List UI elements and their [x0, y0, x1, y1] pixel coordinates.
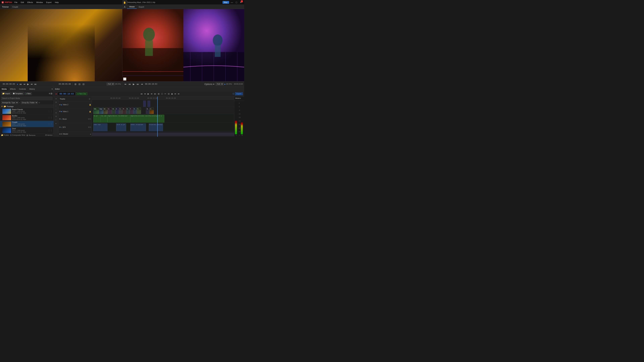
- track-ctrl-2[interactable]: ⬇: [54, 101, 58, 104]
- new-clip-button[interactable]: ● New Clip: [76, 92, 88, 95]
- tl-step-fwd-button[interactable]: ➡: [150, 92, 153, 95]
- track-sfx-eye[interactable]: 👁: [59, 126, 61, 128]
- diver-options-icon[interactable]: ⋮⋮: [48, 129, 52, 132]
- tl-in-button[interactable]: ⬅: [174, 92, 176, 95]
- track-video2-eye[interactable]: 👁: [59, 104, 61, 106]
- clip-v1-wom[interactable]: Wom...ing: [93, 108, 99, 114]
- clip-v1-fl[interactable]: Fl...er: [130, 108, 133, 114]
- clip-v1-r2[interactable]: R...2: [122, 108, 126, 114]
- track-ctrl-1[interactable]: ⬆: [54, 97, 58, 100]
- tl-magnet-button[interactable]: ⊟: [167, 92, 170, 95]
- trimmer-next-button[interactable]: ⏭: [34, 82, 38, 86]
- sfx-clip-3[interactable]: beach-...ist.mp3.ade: [130, 123, 146, 131]
- trimmer-play-button[interactable]: ▶: [26, 82, 30, 86]
- trimmer-quality-select[interactable]: Full: [106, 83, 114, 85]
- tab-controls[interactable]: Controls: [17, 87, 28, 91]
- tool-text[interactable]: A: [123, 5, 126, 9]
- tab-history[interactable]: History: [28, 87, 36, 91]
- maximize-button[interactable]: □: [235, 1, 238, 4]
- tl-razor-button[interactable]: ✂: [164, 92, 167, 95]
- menu-effects[interactable]: Effects: [26, 1, 34, 4]
- clip-v1-me[interactable]: M...e: [146, 108, 150, 114]
- remove-button[interactable]: 🗑 Remove: [26, 134, 36, 136]
- track-music-mute-icon[interactable]: M: [88, 118, 90, 120]
- media-item-couple[interactable]: Couple 1920 × 1080 pixels 00:00:05:00 @ …: [0, 121, 54, 127]
- music-clip-5[interactable]: F...e: [159, 115, 164, 123]
- sfx-clip-2[interactable]: car-dr...st...p3: [116, 123, 126, 131]
- buy-button[interactable]: Buy: [222, 1, 229, 4]
- viewer-quality-select[interactable]: Full: [216, 83, 224, 85]
- track-v2-lock-icon[interactable]: 🔒: [89, 104, 91, 106]
- tl-mark-button[interactable]: ◆: [171, 92, 173, 95]
- menu-export[interactable]: Export: [45, 1, 52, 4]
- clip-v1-w1[interactable]: W...1: [112, 108, 116, 114]
- import-button[interactable]: 📁 Import: [1, 92, 11, 95]
- tl-record-button[interactable]: ●: [55, 92, 57, 95]
- composite-shot-button[interactable]: ⊡ Composite Shot: [10, 134, 25, 136]
- track-ctrl-4[interactable]: ↕: [54, 108, 58, 111]
- trimmer-sync-button[interactable]: ⊟: [78, 82, 81, 86]
- couple-options-icon[interactable]: ⋮⋮: [48, 123, 52, 125]
- minimize-button[interactable]: —: [230, 1, 234, 4]
- clip-v1-sk[interactable]: Skati...: [137, 108, 141, 114]
- trimmer-grid-button[interactable]: ⊞: [74, 82, 77, 86]
- viewer-play[interactable]: ▶: [132, 82, 135, 86]
- track-ctrl-7[interactable]: +: [54, 118, 58, 121]
- media-item-diver[interactable]: Diver 1920 × 1080 pixels 00:00:05:00 @ 2…: [0, 127, 54, 133]
- clip-v1-eye[interactable]: Eye: [99, 108, 103, 114]
- viewer-out-point[interactable]: ➡: [140, 82, 144, 86]
- track-ctrl-6[interactable]: ⬇: [54, 115, 58, 118]
- tracks-options-icon[interactable]: ☰: [89, 98, 90, 100]
- viewer-next-frame[interactable]: ⏭: [136, 82, 140, 86]
- menu-help[interactable]: Help: [54, 1, 60, 4]
- tl-rewind-button[interactable]: ⏮: [140, 92, 143, 95]
- tab-export[interactable]: Export: [137, 5, 146, 8]
- track-v1-lock-icon[interactable]: 🔒: [89, 111, 91, 112]
- track-sfx-solo-icon[interactable]: S: [90, 126, 91, 128]
- tl-ff-button[interactable]: ⏭: [154, 92, 157, 95]
- footage-folder[interactable]: ▼ 📂 Footage: [0, 105, 54, 108]
- trimmer-step-back-button[interactable]: ⬅: [23, 82, 26, 86]
- arrange-by-select[interactable]: Arrange By: Type: [1, 101, 18, 104]
- track-video1-eye[interactable]: 👁: [59, 110, 61, 112]
- track-master-eye[interactable]: 👁: [59, 133, 61, 135]
- clip-v2-2[interactable]: [148, 100, 150, 107]
- track-ctrl-3[interactable]: ↔: [54, 104, 58, 107]
- track-music-solo-icon[interactable]: S: [90, 118, 91, 120]
- tabs-more-arrow[interactable]: ▸: [51, 88, 54, 90]
- templates-button[interactable]: ⬢ Templates: [12, 92, 24, 95]
- trimmer-prev-button[interactable]: ⏮: [19, 82, 22, 86]
- tab-media[interactable]: Media: [0, 87, 8, 91]
- tab-trimmer[interactable]: Trimmer: [0, 5, 11, 8]
- menu-edit[interactable]: Edit: [20, 1, 25, 4]
- media-item-bonfire[interactable]: Bonfire 1920 × 1080 pixels 00:00:05:00 @…: [0, 114, 54, 121]
- track-ctrl-8[interactable]: ●: [54, 122, 58, 125]
- beach-options-icon[interactable]: ⋮⋮: [48, 110, 52, 113]
- clip-v1-couple[interactable]: Couple: [150, 108, 154, 114]
- clip-v1-div[interactable]: Div...: [133, 108, 137, 114]
- clip-v2-1[interactable]: [143, 100, 146, 107]
- tl-snap-button[interactable]: ⊞: [157, 92, 160, 95]
- tl-play-button[interactable]: ▶: [147, 92, 150, 95]
- tab-viewer[interactable]: Viewer: [127, 5, 137, 9]
- trimmer-lock-button[interactable]: ⊟: [82, 82, 85, 86]
- media-item-beach[interactable]: Beach Friends 1920 × 1080 pixels 00:00:0…: [0, 108, 54, 114]
- music-clip-3[interactable]: flight-of-the-inn...-flux Artlist.mp3: [108, 115, 130, 123]
- tl-export-button[interactable]: Export: [235, 92, 243, 95]
- search-input[interactable]: [1, 97, 52, 100]
- tl-link-button[interactable]: ⬡: [161, 92, 163, 95]
- new-button[interactable]: ● New: [25, 92, 32, 95]
- view-list-button[interactable]: ≡: [49, 92, 50, 95]
- tl-out-button[interactable]: ➡: [177, 92, 180, 95]
- music-clip-1[interactable]: fli...p3: [93, 115, 100, 123]
- clip-v1-bs[interactable]: B...s: [126, 108, 130, 114]
- sfx-clip-1[interactable]: natur...mp3: [93, 123, 108, 131]
- music-clip-4[interactable]: flight-of-the-inner-bird----out-of-flux-…: [130, 115, 159, 123]
- track-sfx-mute-icon[interactable]: M: [88, 126, 90, 128]
- bonfire-options-icon[interactable]: ⋮⋮: [48, 116, 52, 119]
- menu-file[interactable]: File: [14, 1, 18, 4]
- track-ctrl-5[interactable]: ⬆: [54, 111, 58, 114]
- tab-effects[interactable]: Effects: [8, 87, 17, 91]
- timeline-ruler[interactable]: 00:00:05:00 00:00:10:00 00:00:15:00 00:0…: [92, 96, 234, 100]
- menu-window[interactable]: Window: [35, 1, 44, 4]
